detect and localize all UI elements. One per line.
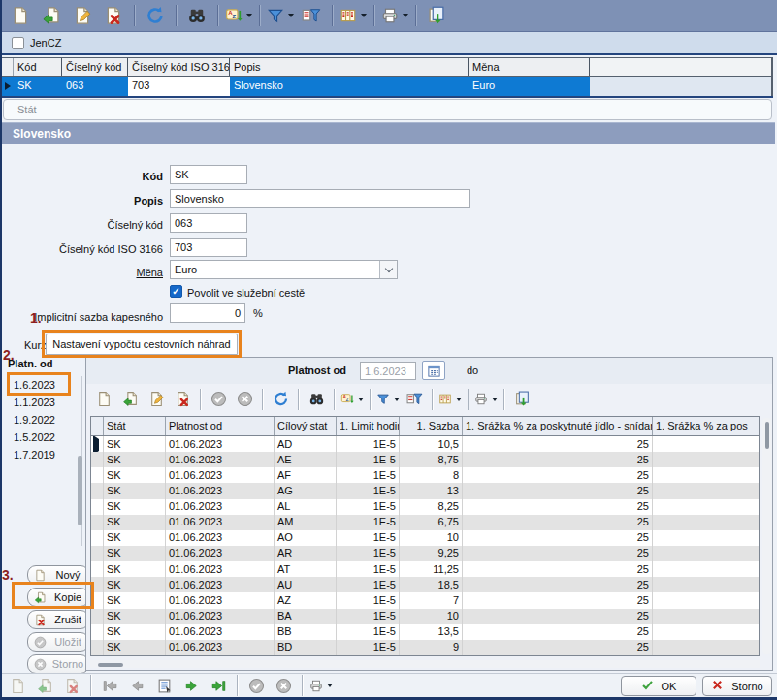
- cell[interactable]: 13,5: [400, 624, 463, 640]
- cell[interactable]: 01.06.2023: [166, 561, 275, 577]
- dropdown-caret-icon[interactable]: [403, 14, 408, 17]
- rates-vertical-scrollbar[interactable]: [762, 418, 771, 654]
- rates-table-row[interactable]: SK01.06.2023BB1E-513,525: [91, 624, 759, 640]
- browse-icon[interactable]: [152, 675, 176, 696]
- column-header-iso[interactable]: Číselný kód ISO 3166: [128, 58, 230, 76]
- cell[interactable]: 7: [400, 592, 463, 608]
- cell[interactable]: 1E-5: [337, 515, 400, 530]
- cell[interactable]: 25: [463, 499, 653, 515]
- validity-item[interactable]: 1.5.2022: [14, 430, 70, 446]
- calendar-button[interactable]: [422, 361, 445, 380]
- validity-scrollbar-thumb[interactable]: [78, 456, 82, 525]
- cell[interactable]: 1E-5: [337, 546, 400, 561]
- cell[interactable]: 25: [463, 624, 653, 640]
- cell[interactable]: SK: [104, 515, 166, 530]
- rates-table-row[interactable]: SK01.06.2023BD1E-5925: [91, 640, 759, 655]
- cell[interactable]: 25: [463, 515, 653, 530]
- refresh-icon[interactable]: [269, 389, 292, 410]
- cell[interactable]: 01.06.2023: [166, 530, 275, 546]
- column-header-popis[interactable]: Popis: [230, 58, 469, 76]
- nav-prev-icon[interactable]: [125, 675, 148, 696]
- mena-combobox[interactable]: Euro: [170, 260, 398, 279]
- cell[interactable]: AM: [275, 515, 337, 530]
- cell[interactable]: [653, 483, 757, 498]
- storno-button[interactable]: Storno: [702, 676, 772, 696]
- cell[interactable]: 10: [400, 609, 463, 624]
- column-header-mena[interactable]: Měna: [469, 58, 590, 76]
- rates-table-row[interactable]: SK01.06.2023AE1E-58,7525: [91, 452, 759, 467]
- cell[interactable]: 01.06.2023: [166, 483, 275, 498]
- cell[interactable]: [653, 609, 757, 624]
- cell[interactable]: 01.06.2023: [166, 640, 275, 655]
- cell[interactable]: 8,75: [400, 452, 463, 467]
- kod-field[interactable]: SK: [170, 165, 247, 184]
- validity-item-selected[interactable]: 1.6.2023: [14, 378, 70, 394]
- dropdown-caret-icon[interactable]: [327, 684, 333, 687]
- nav-first-icon[interactable]: [98, 675, 121, 696]
- cell[interactable]: 25: [463, 467, 653, 483]
- rates-table-row[interactable]: SK01.06.2023AU1E-518,525: [91, 577, 759, 592]
- cell[interactable]: 1E-5: [337, 499, 400, 515]
- nav-next-icon[interactable]: [179, 675, 203, 696]
- cell[interactable]: 1E-5: [337, 592, 400, 608]
- new-document-icon[interactable]: [7, 3, 34, 28]
- ciselny-kod-iso-field[interactable]: 703: [170, 238, 247, 257]
- cell[interactable]: SK: [104, 530, 166, 546]
- cell[interactable]: AE: [275, 452, 337, 467]
- cell[interactable]: 9: [400, 640, 463, 655]
- rates-table-row[interactable]: SK01.06.2023AR1E-59,2525: [91, 546, 759, 561]
- cell[interactable]: [653, 640, 757, 655]
- cell[interactable]: [653, 452, 757, 467]
- rates-table-row[interactable]: SK01.06.2023AO1E-51025: [91, 530, 759, 546]
- rates-column-header[interactable]: 1. Srážka % za pos: [653, 417, 757, 435]
- edit-icon[interactable]: [69, 3, 96, 28]
- cell[interactable]: [653, 546, 757, 561]
- rates-column-header[interactable]: 1. Srážka % za poskytnuté jídlo - snídan…: [463, 417, 653, 435]
- cell-kod[interactable]: SK: [14, 77, 62, 96]
- cell-iso-focused[interactable]: 703: [128, 77, 230, 96]
- rates-table-row[interactable]: SK01.06.2023AM1E-56,7525: [91, 515, 759, 530]
- cell[interactable]: 01.06.2023: [166, 436, 275, 452]
- edit-icon[interactable]: [145, 389, 168, 410]
- cell[interactable]: 25: [463, 609, 653, 624]
- cell[interactable]: 10,5: [400, 436, 463, 452]
- dropdown-caret-icon[interactable]: [394, 398, 400, 401]
- rates-column-header[interactable]: 1. Sazba: [400, 417, 463, 435]
- ok-button[interactable]: OK: [621, 676, 696, 696]
- cell[interactable]: [653, 624, 757, 640]
- cell[interactable]: 1E-5: [337, 640, 400, 655]
- kopie-button[interactable]: Kopie: [27, 588, 89, 607]
- cell[interactable]: 25: [463, 592, 653, 608]
- refresh-icon[interactable]: [142, 3, 169, 28]
- delete-icon[interactable]: [171, 389, 194, 410]
- filter-icon[interactable]: [376, 389, 400, 410]
- sort-az-icon[interactable]: AZ: [225, 3, 252, 28]
- cell[interactable]: 25: [463, 436, 653, 452]
- filter-icon[interactable]: [267, 3, 294, 28]
- new-document-icon[interactable]: [6, 675, 29, 696]
- column-header-kod[interactable]: Kód: [14, 58, 62, 76]
- search-icon[interactable]: [183, 3, 210, 28]
- rates-column-header[interactable]: Cílový stat: [275, 417, 337, 435]
- column-header-ciselny-kod[interactable]: Číselný kód: [62, 58, 128, 76]
- new-document-icon[interactable]: [92, 389, 115, 410]
- cancel-icon[interactable]: [272, 675, 295, 696]
- cell[interactable]: AF: [275, 467, 337, 483]
- cell[interactable]: 1E-5: [337, 467, 400, 483]
- cell[interactable]: AG: [275, 483, 337, 498]
- cell[interactable]: 10: [400, 530, 463, 546]
- cell[interactable]: 1E-5: [337, 530, 400, 546]
- validity-item[interactable]: 1.1.2023: [14, 396, 70, 411]
- cell[interactable]: SK: [104, 546, 166, 561]
- filter-edit-icon[interactable]: [403, 389, 426, 410]
- delete-icon[interactable]: [60, 675, 83, 696]
- cell[interactable]: 01.06.2023: [166, 515, 275, 530]
- cell[interactable]: [653, 515, 757, 530]
- cell[interactable]: 01.06.2023: [166, 624, 275, 640]
- dropdown-caret-icon[interactable]: [358, 398, 364, 401]
- cell-ciselny-kod[interactable]: 063: [62, 77, 128, 96]
- print-icon[interactable]: [381, 3, 408, 28]
- cell[interactable]: 01.06.2023: [166, 452, 275, 467]
- rates-column-header[interactable]: Platnost od: [166, 417, 275, 435]
- zru-it-button[interactable]: Zrušit: [27, 610, 89, 629]
